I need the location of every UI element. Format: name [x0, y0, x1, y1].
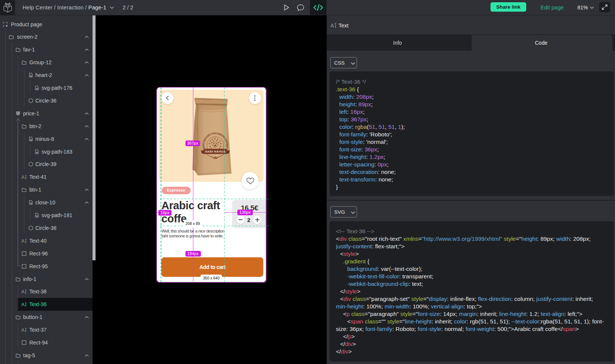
- svg-text:A: A: [21, 238, 25, 243]
- svg-text:A: A: [21, 289, 25, 294]
- svg-text:A: A: [21, 174, 25, 180]
- svg-text:A: A: [21, 327, 25, 332]
- svg-text:A: A: [21, 302, 25, 307]
